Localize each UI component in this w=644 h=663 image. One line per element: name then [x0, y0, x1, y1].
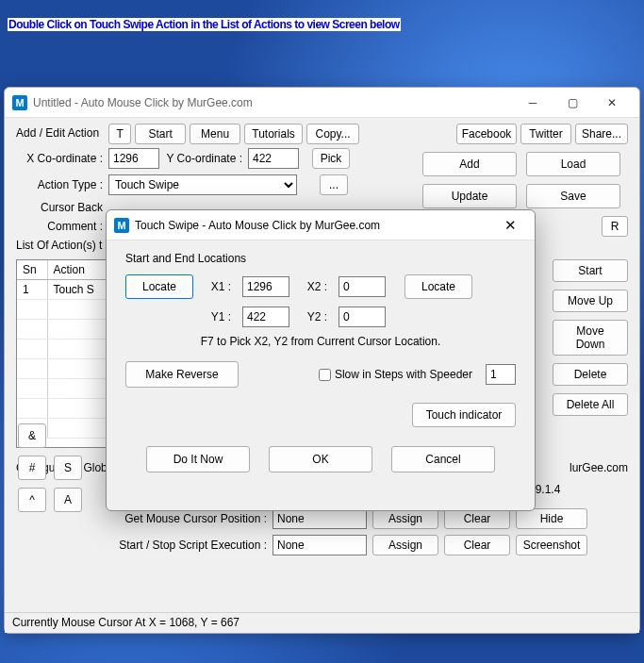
hotkey-input[interactable]: [272, 535, 367, 555]
comment-label: Comment :: [25, 220, 103, 233]
a-button[interactable]: A: [54, 488, 82, 512]
x2-label: X2 :: [301, 280, 327, 293]
do-it-now-button[interactable]: Do It Now: [146, 446, 250, 472]
assign-button[interactable]: Assign: [372, 535, 438, 555]
locate-start-button[interactable]: Locate: [125, 274, 193, 299]
hotkey-label: Get Mouse Cursor Position :: [101, 512, 267, 525]
clear-button[interactable]: Clear: [444, 535, 510, 555]
extra-button[interactable]: Screenshot: [516, 535, 587, 555]
window-title: Untitled - Auto Mouse Click by MurGee.co…: [33, 96, 513, 109]
app-icon: M: [114, 218, 129, 233]
app-icon: M: [12, 95, 27, 110]
dialog-close-button[interactable]: ✕: [493, 214, 527, 237]
cancel-button[interactable]: Cancel: [391, 446, 495, 472]
cursor-back-label: Cursor Back: [25, 201, 103, 214]
list-start-button[interactable]: Start: [553, 259, 628, 282]
x-coord-label: X Co-ordinate :: [25, 152, 103, 165]
main-titlebar: M Untitled - Auto Mouse Click by MurGee.…: [5, 88, 639, 118]
delete-all-button[interactable]: Delete All: [553, 393, 628, 416]
menu-button[interactable]: Menu: [190, 124, 240, 144]
update-button[interactable]: Update: [422, 184, 517, 208]
save-button[interactable]: Save: [526, 184, 620, 208]
murgee-label: lurGee.com: [570, 461, 628, 476]
tutorials-button[interactable]: Tutorials: [244, 124, 303, 144]
extra-button[interactable]: Hide: [516, 508, 587, 529]
twitter-button[interactable]: Twitter: [520, 124, 571, 144]
s-button[interactable]: S: [54, 456, 82, 480]
action-more-button[interactable]: ...: [320, 174, 348, 195]
y-coord-label: Y Co-ordinate :: [165, 152, 242, 165]
make-reverse-button[interactable]: Make Reverse: [125, 361, 239, 388]
y1-input[interactable]: [242, 307, 289, 327]
touch-swipe-dialog: M Touch Swipe - Auto Mouse Click by MurG…: [106, 209, 536, 511]
y2-input[interactable]: [339, 307, 386, 327]
r-button[interactable]: R: [602, 216, 628, 237]
assign-button[interactable]: Assign: [372, 508, 438, 529]
hash-button[interactable]: #: [18, 456, 46, 480]
move-down-button[interactable]: Move Down: [553, 320, 628, 356]
clear-button[interactable]: Clear: [444, 508, 510, 529]
t-button[interactable]: T: [108, 124, 131, 144]
status-bar: Currently Mouse Cursor At X = 1068, Y = …: [5, 612, 639, 633]
add-button[interactable]: Add: [422, 152, 517, 176]
pick-button[interactable]: Pick: [312, 148, 350, 169]
hotkey-input[interactable]: [272, 508, 367, 529]
x1-input[interactable]: [242, 276, 289, 297]
load-button[interactable]: Load: [526, 152, 620, 176]
hint-text: F7 to Pick X2, Y2 from Current Cursor Lo…: [125, 335, 516, 348]
x2-input[interactable]: [339, 276, 386, 297]
add-edit-label: Add / Edit Action: [16, 126, 99, 140]
slow-steps-checkbox[interactable]: Slow in Steps with Speeder: [319, 368, 472, 381]
delete-button[interactable]: Delete: [553, 363, 628, 386]
maximize-button[interactable]: ▢: [553, 90, 592, 116]
x1-label: X1 :: [205, 280, 231, 293]
touch-indicator-button[interactable]: Touch indicator: [412, 403, 516, 427]
close-button[interactable]: ✕: [592, 90, 632, 116]
y-coord-input[interactable]: [248, 148, 299, 169]
facebook-button[interactable]: Facebook: [456, 124, 517, 144]
share-button[interactable]: Share...: [575, 124, 628, 144]
action-type-select[interactable]: Touch Swipe: [108, 174, 297, 195]
dialog-title: Touch Swipe - Auto Mouse Click by MurGee…: [135, 219, 493, 232]
locate-end-button[interactable]: Locate: [405, 274, 472, 299]
y2-label: Y2 :: [301, 310, 327, 323]
copy-button[interactable]: Copy...: [306, 124, 359, 144]
caret-button[interactable]: ^: [18, 488, 46, 512]
instruction-banner: Double Click on Touch Swipe Action in th…: [8, 8, 636, 35]
col-sn: Sn: [17, 260, 47, 280]
move-up-button[interactable]: Move Up: [553, 290, 628, 312]
y1-label: Y1 :: [205, 310, 231, 323]
section-label: Start and End Locations: [125, 252, 516, 265]
start-top-button[interactable]: Start: [135, 124, 186, 144]
action-type-label: Action Type :: [25, 178, 103, 191]
amp-button[interactable]: &: [18, 423, 46, 448]
speeder-input[interactable]: [486, 364, 516, 385]
x-coord-input[interactable]: [108, 148, 159, 169]
ok-button[interactable]: OK: [269, 446, 372, 472]
minimize-button[interactable]: ─: [513, 90, 553, 116]
hotkey-label: Start / Stop Script Execution :: [101, 539, 267, 552]
